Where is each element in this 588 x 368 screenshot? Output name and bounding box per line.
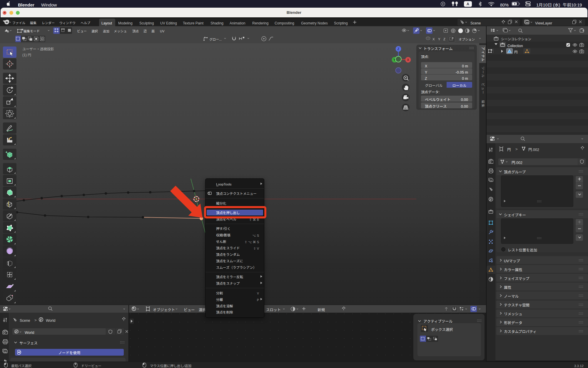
svg-text:X: X: [407, 58, 409, 62]
svg-text:Z: Z: [397, 47, 400, 51]
